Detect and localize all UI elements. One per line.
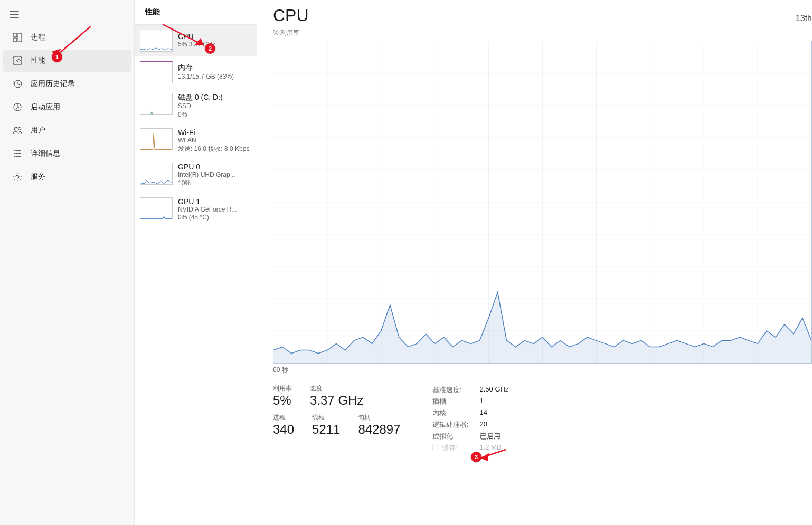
resource-sub: Intel(R) UHD Grap... [178, 171, 235, 179]
gpu0-thumb [140, 163, 173, 185]
resource-sub: NVIDIA GeForce R... [178, 206, 237, 214]
memory-thumb [140, 61, 173, 83]
resource-title: Wi-Fi [178, 128, 249, 137]
sidebar-item-label: 启动应用 [31, 102, 60, 112]
cpu-utilization-chart [273, 41, 812, 364]
svg-rect-1 [18, 33, 22, 42]
annotation-badge-1: 1 [52, 52, 62, 62]
thr-value: 5211 [312, 422, 340, 437]
services-icon [13, 172, 22, 182]
resource-item-disk[interactable]: 磁盘 0 (C: D:) SSD 0% [135, 88, 257, 123]
proc-label: 进程 [273, 413, 294, 422]
svg-rect-0 [13, 33, 17, 37]
sidebar-item-label: 性能 [31, 56, 45, 65]
thr-label: 线程 [312, 413, 340, 422]
kv-base-v: 2.50 GHz [480, 385, 509, 395]
x-axis-label: 60 秒 [273, 366, 812, 375]
sidebar-item-app-history[interactable]: 应用历史记录 [3, 73, 131, 95]
sidebar: 进程 性能 应用历史记录 启动应用 用户 详细信息 服务 [0, 0, 135, 525]
kv-l1-k: L1 缓存: [432, 443, 480, 453]
kv-core-v: 14 [480, 408, 487, 418]
sidebar-item-users[interactable]: 用户 [3, 119, 131, 141]
resource-title: GPU 0 [178, 163, 235, 171]
kv-virt-k: 虚拟化: [432, 432, 480, 441]
resource-sub: WLAN [178, 137, 249, 145]
resource-title: 内存 [178, 63, 234, 73]
sidebar-item-label: 服务 [31, 172, 45, 182]
detail-heading: CPU [273, 6, 309, 25]
svg-point-8 [16, 175, 19, 178]
speed-value: 3.37 GHz [310, 393, 363, 408]
resource-item-gpu1[interactable]: GPU 1 NVIDIA GeForce R... 0% (45 °C) [135, 193, 257, 227]
annotation-badge-2: 2 [205, 43, 215, 54]
resource-sub: 13.1/15.7 GB (83%) [178, 73, 234, 81]
sidebar-item-details[interactable]: 详细信息 [3, 142, 131, 165]
startup-icon [13, 102, 22, 112]
kv-core-k: 内核: [432, 408, 480, 418]
resource-sub2: 0% (45 °C) [178, 214, 237, 222]
resource-sub2: 10% [178, 179, 235, 188]
wifi-thumb [140, 128, 173, 150]
y-axis-label: % 利用率 [273, 28, 812, 37]
resource-sub2: 发送: 16.0 接收: 8.0 Kbps [178, 145, 249, 154]
kv-sock-k: 插槽: [432, 397, 480, 406]
users-icon [13, 126, 22, 135]
svg-rect-2 [13, 38, 17, 42]
resource-item-memory[interactable]: 内存 13.1/15.7 GB (83%) [135, 56, 257, 88]
kv-base-k: 基准速度: [432, 385, 480, 395]
resource-sub: SSD [178, 102, 223, 111]
resource-item-gpu0[interactable]: GPU 0 Intel(R) UHD Grap... 10% [135, 158, 257, 192]
util-value: 5% [273, 393, 292, 408]
svg-point-6 [14, 127, 17, 130]
proc-value: 340 [273, 422, 294, 437]
kv-lp-k: 逻辑处理器: [432, 420, 480, 429]
util-label: 利用率 [273, 384, 292, 393]
cpu-model: 13th [796, 14, 812, 23]
svg-line-27 [56, 26, 91, 56]
sidebar-item-startup[interactable]: 启动应用 [3, 96, 131, 118]
processes-icon [13, 33, 22, 42]
resource-sub2: 0% [178, 111, 223, 119]
gpu1-thumb [140, 197, 173, 219]
kv-lp-v: 20 [480, 420, 487, 429]
cpu-spec-table: 基准速度:2.50 GHz 插槽:1 内核:14 逻辑处理器:20 虚拟化:已启… [432, 384, 509, 454]
main-detail: CPU 13th % 利用率 60 秒 利用率 5% [257, 0, 812, 525]
kv-sock-v: 1 [480, 397, 484, 406]
annotation-arrow-2 [158, 22, 211, 54]
panel-title: 性能 [135, 0, 257, 25]
details-icon [13, 149, 22, 158]
annotation-badge-3: 3 [471, 452, 481, 462]
svg-point-7 [18, 128, 21, 130]
sidebar-item-label: 应用历史记录 [31, 79, 75, 89]
hnd-label: 句柄 [358, 413, 400, 422]
menu-toggle[interactable] [0, 5, 134, 25]
sidebar-item-label: 进程 [31, 33, 45, 42]
sidebar-item-services[interactable]: 服务 [3, 166, 131, 188]
disk-thumb [140, 93, 173, 115]
sidebar-item-label: 用户 [31, 126, 45, 135]
resource-title: GPU 1 [178, 197, 237, 206]
performance-icon [13, 56, 22, 65]
hnd-value: 842897 [358, 422, 400, 437]
resource-panel: 性能 CPU 5% 3.37 GHz 内存 13.1/15.7 GB (83%)… [135, 0, 257, 525]
resource-title: 磁盘 0 (C: D:) [178, 93, 223, 102]
history-icon [13, 79, 22, 89]
sidebar-item-label: 详细信息 [31, 149, 60, 158]
hamburger-icon [10, 9, 19, 19]
speed-label: 速度 [310, 384, 363, 393]
kv-virt-v: 已启用 [480, 432, 501, 441]
resource-item-wifi[interactable]: Wi-Fi WLAN 发送: 16.0 接收: 8.0 Kbps [135, 123, 257, 158]
